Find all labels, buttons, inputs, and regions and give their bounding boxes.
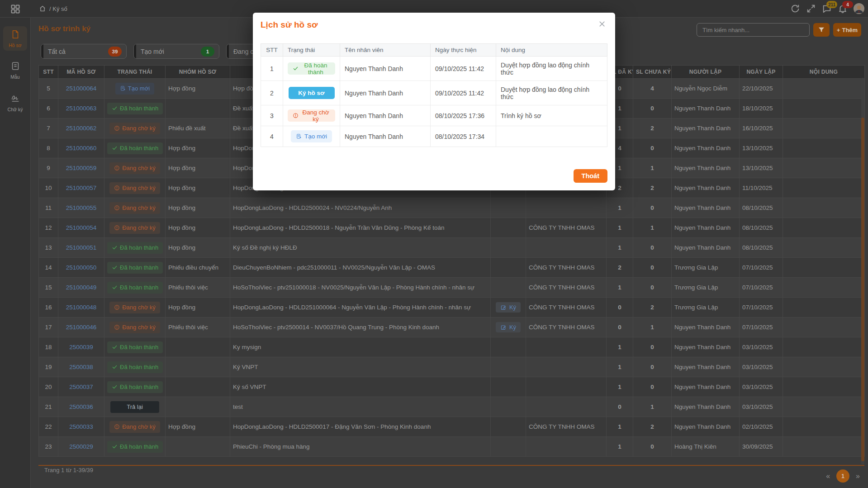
column-header: NGÀY LẬP — [740, 66, 783, 79]
scrollbar-thumb[interactable] — [861, 118, 864, 461]
column-header: NHÓM HỒ SƠ — [166, 66, 230, 79]
tab-tat-ca[interactable]: Tất cả 39 — [41, 44, 127, 59]
sidebar-item-ho-so[interactable]: Hồ sơ — [3, 26, 27, 51]
cell-code: 251000054 — [58, 218, 104, 238]
cell-content — [783, 397, 865, 417]
cell-created-date: 07/10/2025 — [740, 258, 783, 278]
cell-group: Phiếu đề xuất — [166, 118, 230, 138]
cell-created-date: 08/10/2025 — [740, 218, 783, 238]
next-page-button[interactable]: » — [856, 472, 860, 480]
search-input[interactable] — [702, 26, 805, 34]
cell-group: Hợp đồng — [166, 158, 230, 178]
table-row: 192500038Đã hoàn thànhKý VNPT10Nguyen Th… — [39, 357, 865, 377]
document-code-link[interactable]: 251000059 — [66, 165, 97, 171]
cell-created-date: 03/10/2025 — [740, 337, 783, 357]
add-button[interactable]: + Thêm — [833, 23, 861, 37]
document-code-link[interactable]: 251000055 — [66, 204, 97, 211]
document-code-link[interactable]: 251000063 — [66, 105, 97, 112]
cell-created-date: 07/10/2025 — [740, 278, 783, 298]
cell-company — [526, 437, 607, 457]
tab-tao-moi[interactable]: Tạo mới 1 — [133, 44, 219, 59]
history-table: STTTrạng tháiTên nhân viênNgày thực hiện… — [261, 43, 607, 147]
cell-creator: Nguyen Thanh Danh — [672, 397, 740, 417]
document-code-link[interactable]: 251000054 — [66, 224, 97, 231]
cell-status: Đang chờ ký — [104, 198, 166, 218]
fullscreen-icon[interactable] — [806, 4, 816, 14]
status-badge: Đã hoàn thành — [107, 282, 163, 294]
cell-status: Tạo mới — [104, 79, 166, 99]
breadcrumb[interactable]: / Ký số — [39, 5, 67, 12]
history-cell-stt: 2 — [261, 81, 283, 105]
cell-creator: Nguyen Thanh Danh — [672, 238, 740, 258]
cell-signed-count: 0 — [607, 397, 633, 417]
template-icon — [10, 61, 20, 73]
exit-button[interactable]: Thoát — [574, 169, 607, 183]
table-row: 13251000051Đã hoàn thànhHợp đồngKý số Đề… — [39, 238, 865, 258]
cell-content — [783, 198, 865, 218]
document-code-link[interactable]: 251000048 — [66, 304, 97, 311]
messages-icon[interactable]: 211 — [822, 4, 832, 14]
status-badge: Đã hoàn thành — [107, 262, 163, 274]
status-badge: Đang chờ ký — [109, 202, 160, 214]
document-code-link[interactable]: 251000050 — [66, 264, 97, 271]
table-row: 182500039Đã hoàn thànhKy mysign10Nguyen … — [39, 337, 865, 357]
history-cell-stt: 3 — [261, 105, 283, 126]
pagination: « 1 » — [826, 469, 860, 483]
status-badge: Đang chờ ký — [288, 109, 335, 122]
document-code-link[interactable]: 251000046 — [66, 324, 97, 331]
document-code-link[interactable]: 2500037 — [69, 384, 93, 390]
cell-unsigned-count: 1 — [633, 317, 672, 337]
sidebar-item-chu-ky[interactable]: Chữ ký — [3, 90, 27, 115]
messages-count-badge: 211 — [826, 1, 837, 8]
cell-stt: 11 — [39, 198, 58, 218]
cell-group: Phiếu thôi việc — [166, 278, 230, 298]
document-code-link[interactable]: 2500036 — [69, 403, 93, 410]
cell-status: Đã hoàn thành — [104, 138, 166, 158]
close-icon[interactable] — [596, 18, 608, 30]
page-number-button[interactable]: 1 — [836, 469, 849, 483]
add-button-label: Thêm — [842, 27, 858, 33]
document-code-link[interactable]: 251000051 — [66, 244, 97, 251]
document-code-link[interactable]: 251000049 — [66, 284, 97, 291]
cell-code: 2500038 — [58, 357, 104, 377]
document-code-link[interactable]: 251000064 — [66, 85, 97, 92]
user-avatar[interactable] — [854, 3, 864, 14]
sign-button[interactable]: Ký — [496, 322, 521, 332]
cell-created-date: 07/10/2025 — [740, 298, 783, 317]
document-code-link[interactable]: 2500029 — [69, 443, 93, 450]
filter-button[interactable] — [813, 23, 830, 37]
cell-stt: 13 — [39, 238, 58, 258]
history-cell-status: Ký hồ sơ — [283, 81, 340, 105]
status-badge: Đã hoàn thành — [107, 242, 163, 254]
cell-creator: Nguyen Thanh Danh — [672, 99, 740, 118]
document-code-link[interactable]: 2500038 — [69, 364, 93, 370]
cell-creator: Hoàng Thị Kiên — [672, 437, 740, 457]
sidebar-item-label: Hồ sơ — [9, 43, 21, 48]
cell-status: Đã hoàn thành — [104, 437, 166, 457]
signature-icon — [10, 94, 20, 105]
history-cell-stt: 1 — [261, 57, 283, 81]
refresh-icon[interactable] — [790, 4, 800, 14]
document-code-link[interactable]: 251000057 — [66, 185, 97, 191]
sign-button[interactable]: Ký — [496, 302, 521, 313]
document-code-link[interactable]: 2500033 — [69, 423, 93, 430]
sidebar-item-mau[interactable]: Mẫu — [3, 58, 27, 82]
document-code-link[interactable]: 251000062 — [66, 125, 97, 132]
tab-count-badge: 39 — [108, 47, 122, 57]
cell-stt: 15 — [39, 278, 58, 298]
table-row: 222500033Đang chờ kýHợp đồngHopDongLaoDo… — [39, 417, 865, 437]
cell-stt: 23 — [39, 437, 58, 457]
history-cell-status: Tạo mới — [283, 126, 340, 147]
cell-created-date: 16/10/2025 — [740, 118, 783, 138]
prev-page-button[interactable]: « — [826, 472, 830, 480]
cell-content — [783, 377, 865, 397]
cell-signed-count: 1 — [607, 337, 633, 357]
vertical-scrollbar[interactable] — [861, 78, 864, 464]
cell-name: test — [230, 397, 491, 417]
table-row: 202500037Đã hoàn thànhKý số VNPT10Nguyen… — [39, 377, 865, 397]
cell-code: 251000060 — [58, 138, 104, 158]
document-code-link[interactable]: 2500039 — [69, 344, 93, 351]
notifications-bell-icon[interactable]: 4 — [838, 4, 848, 14]
app-grid-icon[interactable] — [10, 4, 21, 14]
document-code-link[interactable]: 251000060 — [66, 145, 97, 152]
